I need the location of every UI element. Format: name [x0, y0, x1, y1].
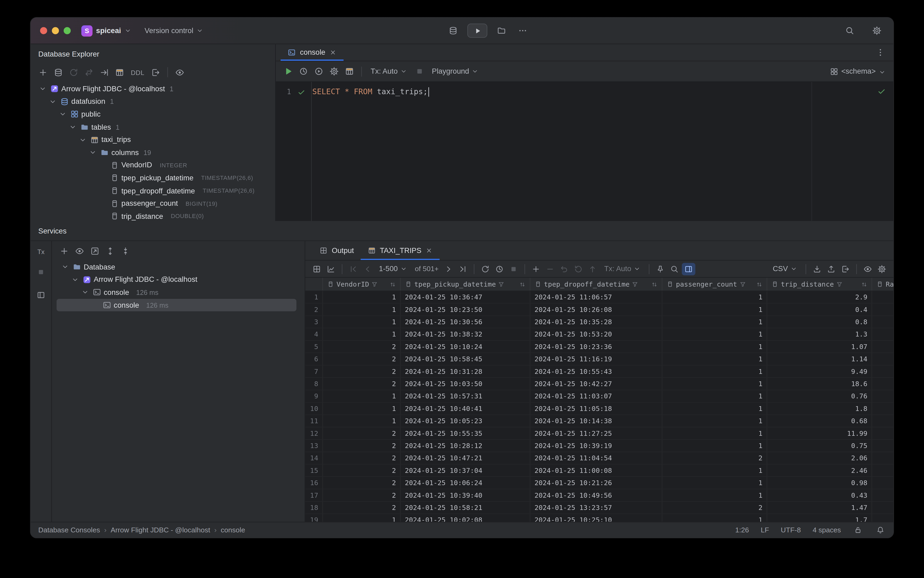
grid-cell[interactable]	[872, 291, 893, 303]
breadcrumb-item-console[interactable]: console	[221, 526, 245, 534]
expand-all-button[interactable]	[103, 244, 117, 258]
grid-cell[interactable]: 1.8	[767, 403, 872, 414]
grid-cell[interactable]: 2	[323, 365, 401, 377]
chevron-down-icon[interactable]	[68, 123, 77, 131]
tab-console[interactable]: console	[280, 44, 344, 61]
pin-tab-button[interactable]	[653, 263, 667, 275]
tree-item-arrow-flight-jdbc-localhost[interactable]: Arrow Flight JDBC - @localhost	[57, 273, 297, 286]
row-number[interactable]: 7	[305, 365, 323, 377]
grid-cell[interactable]: 2024-01-25 10:36:47	[400, 291, 530, 303]
browse-tables-button[interactable]	[342, 65, 357, 78]
zoom-window-button[interactable]	[64, 27, 71, 34]
filter-funnel-icon[interactable]	[739, 281, 746, 287]
minimize-window-button[interactable]	[52, 27, 59, 34]
sql-statement[interactable]: SELECT * FROM taxi_trips;	[311, 87, 429, 97]
column-header-passenger-count[interactable]: passenger_count	[662, 278, 767, 291]
grid-cell[interactable]: 2	[323, 489, 401, 501]
grid-cell[interactable]	[872, 328, 893, 340]
grid-cell[interactable]: 2024-01-25 11:04:54	[530, 452, 662, 464]
close-window-button[interactable]	[40, 27, 47, 34]
sort-arrows-icon[interactable]	[861, 281, 867, 287]
grid-cell[interactable]: 1	[662, 365, 767, 377]
grid-cell[interactable]: 1	[662, 427, 767, 439]
query-history-button[interactable]	[297, 65, 311, 78]
database-tool-button[interactable]	[446, 24, 460, 37]
grid-cell[interactable]	[872, 477, 893, 489]
view-options-button[interactable]	[173, 66, 187, 79]
sort-arrows-icon[interactable]	[389, 281, 396, 287]
grid-cell[interactable]	[872, 464, 893, 476]
row-number[interactable]: 1	[305, 291, 323, 303]
grid-cell[interactable]	[872, 502, 893, 513]
grid-cell[interactable]: 1	[662, 390, 767, 402]
tree-item-tables[interactable]: tables1	[34, 121, 272, 133]
tree-item-columns[interactable]: columns19	[34, 146, 272, 159]
grid-cell[interactable]: 1.7	[767, 514, 872, 522]
rollback-button[interactable]	[572, 263, 585, 275]
close-icon[interactable]	[425, 246, 433, 255]
tree-item-passenger-count[interactable]: passenger_countBIGINT(19)	[34, 197, 272, 210]
compare-button[interactable]	[82, 66, 96, 79]
grid-cell[interactable]: 2024-01-25 10:10:24	[400, 341, 530, 352]
playground-dropdown[interactable]: Playground	[428, 65, 483, 78]
file-encoding[interactable]: UTF-8	[781, 526, 801, 534]
grid-cell[interactable]: 2024-01-25 11:03:07	[530, 390, 662, 402]
grid-cell[interactable]: 2024-01-25 10:06:24	[400, 477, 530, 489]
grid-cell[interactable]: 2024-01-25 10:38:32	[400, 328, 530, 340]
grid-cell[interactable]: 2024-01-25 10:28:12	[400, 440, 530, 451]
tx-mode-dropdown[interactable]: Tx: Auto	[366, 65, 411, 78]
layout-strip-button[interactable]	[34, 288, 48, 301]
filter-funnel-icon[interactable]	[371, 281, 378, 287]
notifications-bell-icon[interactable]	[875, 524, 886, 537]
chevron-down-icon[interactable]	[88, 149, 97, 156]
grid-cell[interactable]: 2024-01-25 10:47:21	[400, 452, 530, 464]
grid-cell[interactable]: 2	[662, 502, 767, 513]
table-view-button[interactable]	[310, 263, 324, 275]
execute-button[interactable]	[281, 65, 295, 78]
grid-cell[interactable]: 2.46	[767, 464, 872, 476]
chart-view-button[interactable]	[324, 263, 338, 275]
grid-cell[interactable]: 2	[323, 502, 401, 513]
row-number[interactable]: 5	[305, 341, 323, 352]
column-header-vendorid[interactable]: VendorID	[323, 278, 401, 291]
view-options-button[interactable]	[73, 244, 87, 258]
grid-cell[interactable]: 2024-01-25 10:58:21	[400, 502, 530, 513]
filter-funnel-icon[interactable]	[836, 281, 843, 287]
grid-cell[interactable]	[872, 440, 893, 451]
grid-cell[interactable]	[872, 514, 893, 522]
project-widget[interactable]: S spiceai	[81, 25, 132, 36]
row-number[interactable]: 8	[305, 378, 323, 390]
grid-cell[interactable]: 2024-01-25 10:58:45	[400, 353, 530, 365]
grid-cell[interactable]: 2	[323, 378, 401, 390]
grid-cell[interactable]: 2	[323, 464, 401, 476]
vcs-widget[interactable]: Version control	[144, 26, 203, 35]
grid-cell[interactable]: 2024-01-25 11:16:19	[530, 353, 662, 365]
grid-cell[interactable]: 0.8	[767, 316, 872, 328]
grid-cell[interactable]: 1.47	[767, 502, 872, 513]
export-ddl-button[interactable]	[149, 66, 163, 79]
delete-row-button[interactable]	[544, 263, 557, 275]
grid-cell[interactable]: 1.3	[767, 328, 872, 340]
grid-cell[interactable]: 1	[323, 291, 401, 303]
column-header-rate[interactable]: Rate	[872, 278, 893, 291]
grid-cell[interactable]	[872, 378, 893, 390]
tree-item-console[interactable]: console126 ms	[57, 299, 297, 312]
grid-cell[interactable]: 1	[662, 328, 767, 340]
grid-cell[interactable]: 1	[662, 316, 767, 328]
grid-cell[interactable]: 1.14	[767, 353, 872, 365]
grid-cell[interactable]: 1	[323, 415, 401, 427]
chevron-down-icon[interactable]	[58, 110, 67, 118]
submit-changes-button[interactable]	[586, 263, 600, 275]
grid-cell[interactable]: 2024-01-25 10:21:26	[530, 477, 662, 489]
grid-cell[interactable]: 2024-01-25 10:49:56	[530, 489, 662, 501]
grid-cell[interactable]: 2	[323, 427, 401, 439]
grid-cell[interactable]: 0.75	[767, 440, 872, 451]
open-table-button[interactable]	[113, 66, 127, 79]
row-number[interactable]: 4	[305, 328, 323, 340]
grid-cell[interactable]: 2024-01-25 11:06:57	[530, 291, 662, 303]
tree-item-console[interactable]: console126 ms	[57, 286, 297, 299]
grid-cell[interactable]: 2024-01-25 10:39:19	[530, 440, 662, 451]
indent-setting[interactable]: 4 spaces	[812, 526, 841, 534]
tree-item-trip-distance[interactable]: trip_distanceDOUBLE(0)	[34, 210, 272, 221]
run-configuration-button[interactable]	[312, 65, 326, 78]
